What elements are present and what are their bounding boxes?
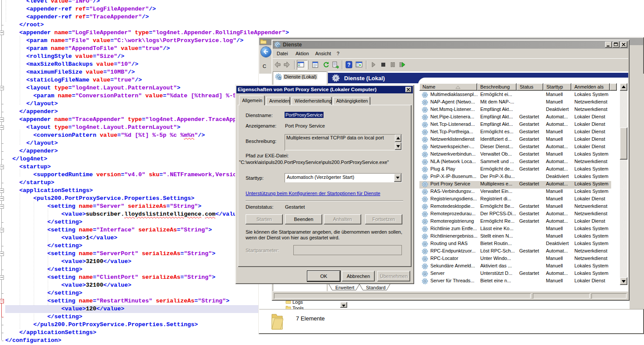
svg-text:Erweitert: Erweitert [335, 285, 354, 290]
svg-text:?: ? [347, 62, 350, 68]
svg-text:Standard: Standard [366, 285, 386, 290]
